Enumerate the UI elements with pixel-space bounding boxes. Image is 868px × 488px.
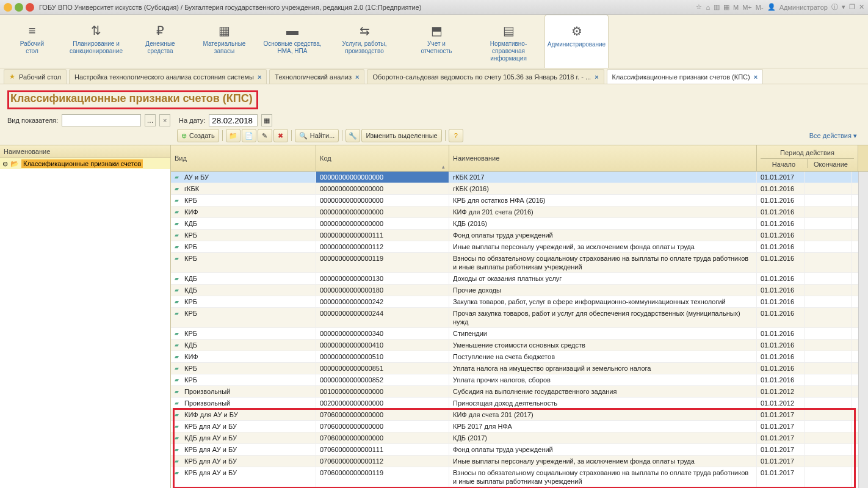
edit-selected-button[interactable]: Изменить выделенные [361, 129, 441, 142]
tab-close-icon[interactable]: × [355, 73, 359, 81]
table-row[interactable]: ▰гКБК00000000000000000гКБК (2016)01.01.2… [171, 183, 868, 195]
clear-button[interactable]: × [159, 114, 170, 126]
row-icon: ▰ [175, 458, 181, 464]
tree-item[interactable]: ⊖ 📂 Классификационные признаки счетов [0, 158, 170, 169]
table-row[interactable]: ▰КРБ00000000000000242Закупка товаров, ра… [171, 296, 868, 308]
table-row[interactable]: ▰КРБ для АУ и БУ07060000000000119Взносы … [171, 467, 868, 487]
cell-kod: 00000000000000852 [316, 374, 449, 385]
tb-icon[interactable]: ▥ [714, 3, 720, 11]
tb-icon[interactable]: ☆ [696, 3, 702, 11]
nav-item[interactable]: ₽Денежныесредства [128, 15, 192, 68]
table-row[interactable]: ▰КРБ00000000000000851Уплата налога на им… [171, 363, 868, 374]
nav-item[interactable]: ⬒Учет иотчетность [400, 15, 472, 68]
table-row[interactable]: ▰КРБ00000000000000112Иные выплаты персон… [171, 241, 868, 253]
table-row[interactable]: ▰КРБ00000000000000244Прочая закупка това… [171, 308, 868, 328]
tb-icon[interactable]: ⌂ [706, 4, 710, 11]
table-row[interactable]: ▰КРБ00000000000000340Стипендии01.01.2016 [171, 328, 868, 340]
tb-mminus-icon[interactable]: M- [756, 4, 764, 11]
find-button[interactable]: 🔍Найти... [295, 129, 339, 142]
v-scrollbar[interactable] [858, 172, 868, 488]
delete-button[interactable]: ✖ [273, 129, 288, 142]
expand-icon[interactable]: ⊖ [2, 160, 8, 168]
cell-vid: ▰КРБ [171, 195, 316, 206]
tb-m-icon[interactable]: M [733, 4, 739, 11]
table-row[interactable]: ▰Произвольный00100000000000000Субсидия н… [171, 386, 868, 398]
cell-vid: ▰КРБ [171, 374, 316, 385]
tab[interactable]: Классификационные признаки счетов (КПС)× [607, 69, 764, 84]
col-head-naim[interactable]: Наименование [449, 145, 757, 171]
table-row[interactable]: ▰Произвольный00200000000000000Приносящая… [171, 398, 868, 409]
restore-icon[interactable]: ❐ [849, 3, 855, 11]
table-row[interactable]: ▰КДБ00000000000000180Прочие доходы01.01.… [171, 285, 868, 296]
cell-okon [805, 374, 852, 385]
grid-body[interactable]: ▰АУ и БУ00000000000000000гКБК 201701.01.… [171, 172, 868, 488]
left-tree[interactable]: ⊖ 📂 Классификационные признаки счетов [0, 158, 170, 488]
col-head-vid[interactable]: Вид [171, 145, 316, 171]
tab-close-icon[interactable]: × [595, 73, 598, 81]
select-button[interactable]: … [145, 114, 156, 126]
tab[interactable]: Настройка технологического анализа состо… [69, 69, 267, 84]
table-row[interactable]: ▰КРБ00000000000000000КРБ для остатков НФ… [171, 195, 868, 206]
current-user[interactable]: Администратор [779, 4, 828, 11]
cell-kod: 07060000000000112 [316, 456, 449, 467]
all-actions-link[interactable]: Все действия ▾ [809, 132, 857, 140]
table-row[interactable]: ▰КРБ для АУ и БУ07060000000000111Фонд оп… [171, 444, 868, 456]
table-row[interactable]: ▰КРБ00000000000000852Уплата прочих налог… [171, 374, 868, 386]
calendar-icon[interactable]: ▦ [261, 114, 272, 126]
window-max-icon[interactable] [15, 3, 23, 12]
nav-item[interactable]: ⇅Планирование исанкционирование [64, 15, 128, 68]
info-icon[interactable]: ⓘ [831, 2, 838, 12]
indicator-type-input[interactable] [62, 114, 141, 126]
help-button[interactable]: ? [449, 129, 463, 142]
nav-item[interactable]: ⇆Услуги, работы,производство [328, 15, 400, 68]
nav-item[interactable]: ⚙Администрирование [544, 15, 609, 68]
filter-button[interactable]: 🔧 [345, 129, 360, 142]
window-min-icon[interactable] [4, 3, 12, 12]
nav-label: Учет иотчетность [419, 39, 455, 56]
row-icon: ▰ [175, 435, 181, 441]
left-pane-header[interactable]: Наименование [0, 145, 170, 158]
cell-nach: 01.01.2016 [757, 363, 805, 374]
table-row[interactable]: ▰АУ и БУ00000000000000000гКБК 201701.01.… [171, 172, 868, 183]
cell-naim: Взносы по обязательному социальному стра… [449, 253, 757, 272]
create-button[interactable]: ⊕Создать [177, 129, 219, 142]
window-close-icon[interactable] [26, 3, 34, 12]
cell-kod: 00000000000000242 [316, 296, 449, 307]
copy-button[interactable]: 📄 [242, 129, 256, 142]
table-row[interactable]: ▰КДБ00000000000000410Уменьшение стоимост… [171, 340, 868, 351]
col-head-nach[interactable]: Начало [761, 159, 808, 168]
tab-close-icon[interactable]: × [754, 73, 758, 81]
table-row[interactable]: ▰КРБ00000000000000119Взносы по обязатель… [171, 253, 868, 273]
table-row[interactable]: ▰КИФ00000000000000510Поступление на счет… [171, 351, 868, 363]
minimize-icon[interactable]: ▾ [842, 3, 845, 11]
close-icon[interactable]: ✕ [859, 3, 864, 11]
cell-kod: 00000000000000119 [316, 253, 449, 272]
cell-okon [805, 218, 852, 229]
tab[interactable]: ★Рабочий стол [4, 69, 67, 84]
date-input[interactable] [209, 114, 258, 126]
tab[interactable]: Оборотно-сальдовая ведомость по счету 10… [367, 69, 604, 84]
nav-item[interactable]: ▬Основные средства,НМА, НПА [256, 15, 328, 68]
table-row[interactable]: ▰КДБ00000000000000000КДБ (2016)01.01.201… [171, 218, 868, 230]
tree-item-label: Классификационные признаки счетов [21, 159, 143, 168]
table-row[interactable]: ▰КРБ00000000000000111Фонд оплаты труда у… [171, 230, 868, 241]
table-row[interactable]: ▰КРБ для АУ и БУ07060000000000112Иные вы… [171, 456, 868, 467]
table-row[interactable]: ▰КРБ для АУ и БУ07060000000000000КРБ 201… [171, 421, 868, 432]
table-row[interactable]: ▰КИФ для АУ и БУ07060000000000000КИФ для… [171, 409, 868, 421]
col-head-period[interactable]: Период действия Начало Окончание [757, 145, 858, 171]
col-head-okon[interactable]: Окончание [808, 159, 854, 168]
nav-item[interactable]: ≡Рабочийстол [0, 15, 64, 68]
col-head-kod[interactable]: Код▴ [316, 145, 449, 171]
new-folder-button[interactable]: 📁 [226, 129, 241, 142]
tb-mplus-icon[interactable]: M+ [742, 4, 752, 11]
tb-icon[interactable]: ▦ [723, 3, 729, 11]
table-row[interactable]: ▰КИФ00000000000000000КИФ для 201 счета (… [171, 206, 868, 218]
edit-button[interactable]: ✎ [258, 129, 272, 142]
nav-item[interactable]: ▤Нормативно-справочнаяинформация [472, 15, 544, 68]
nav-item[interactable]: ▦Материальныезапасы [192, 15, 256, 68]
tab-close-icon[interactable]: × [258, 73, 261, 81]
cell-okon [805, 183, 852, 194]
table-row[interactable]: ▰КДБ00000000000000130Доходы от оказания … [171, 273, 868, 285]
table-row[interactable]: ▰КДБ для АУ и БУ07060000000000000КДБ (20… [171, 432, 868, 444]
tab[interactable]: Технологический анализ× [269, 69, 364, 84]
